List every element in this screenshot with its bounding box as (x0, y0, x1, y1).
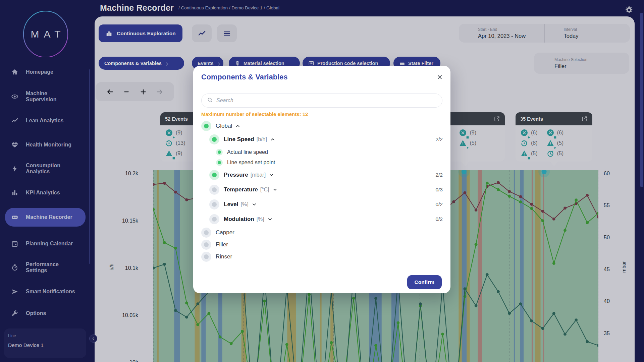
selection-count: 2/2 (435, 136, 443, 142)
tree-item-label: Line Speed (224, 136, 254, 143)
tree-item-line-speed-set-point[interactable]: Line speed set point (193, 157, 450, 168)
tree-item-unit: [°C] (260, 187, 269, 193)
selection-dot-inner (212, 217, 217, 222)
close-icon[interactable] (436, 74, 443, 80)
selection-dot-inner (212, 202, 217, 207)
selection-dot[interactable] (209, 214, 219, 224)
search-input[interactable] (216, 98, 437, 104)
selection-dot-inner (204, 124, 209, 128)
components-variables-modal: Components & Variables Maximum number of… (193, 66, 450, 293)
tree-item-line-speed[interactable]: Line Speed[b/h]2/2 (193, 132, 450, 147)
max-selection-warning: Maximum number of selectable elements: 1… (201, 111, 308, 117)
chevron-down-icon[interactable] (252, 202, 257, 207)
tree-item-label: Capper (216, 229, 234, 236)
selection-dot[interactable] (201, 240, 211, 250)
component-tree: GlobalLine Speed[b/h]2/2Actual line spee… (193, 120, 450, 263)
search-icon (207, 97, 213, 104)
selection-dot-inner (204, 230, 209, 235)
tree-item-label: Filler (216, 241, 228, 248)
selection-dot[interactable] (201, 121, 211, 131)
selection-dot-inner (212, 173, 217, 177)
selection-count: 0/2 (435, 201, 443, 207)
tree-item-label: Modulation (224, 216, 254, 223)
selection-dot-inner (204, 242, 209, 247)
selection-count: 2/2 (435, 172, 443, 178)
tree-item-label: Rinser (216, 253, 232, 260)
tree-item-label: Global (216, 123, 232, 129)
selection-dot[interactable] (209, 134, 219, 144)
app-root: Machine Recorder / Continuous Exploratio… (0, 0, 644, 362)
selection-dot-inner (212, 137, 217, 142)
modal-title: Components & Variables (201, 73, 442, 81)
tree-item-global[interactable]: Global (193, 120, 450, 132)
tree-item-label: Line speed set point (227, 160, 275, 166)
tree-item-actual-line-speed[interactable]: Actual line speed (193, 147, 450, 157)
selection-count: 0/3 (435, 187, 443, 193)
selection-dot[interactable] (209, 199, 219, 209)
selection-dot[interactable] (216, 159, 223, 166)
tree-item-capper[interactable]: Capper (193, 227, 450, 239)
tree-item-unit: [mbar] (251, 172, 266, 178)
tree-item-temperature[interactable]: Temperature[°C]0/3 (193, 182, 450, 197)
tree-item-unit: [b/h] (257, 136, 267, 142)
chevron-down-icon[interactable] (267, 217, 273, 222)
tree-item-pressure[interactable]: Pressure[mbar]2/2 (193, 168, 450, 182)
tree-item-level[interactable]: Level[%]0/2 (193, 197, 450, 212)
chevron-down-icon[interactable] (272, 187, 278, 192)
selection-dot-inner (212, 187, 217, 192)
chevron-up-icon[interactable] (270, 137, 275, 142)
search-field[interactable] (201, 94, 442, 108)
selection-count: 0/2 (435, 216, 443, 222)
selection-dot[interactable] (209, 170, 219, 180)
tree-item-label: Level (224, 201, 238, 208)
selection-dot-inner (218, 161, 221, 164)
tree-item-rinser[interactable]: Rinser (193, 251, 450, 263)
confirm-button[interactable]: Confirm (407, 275, 442, 289)
tree-item-label: Pressure (224, 172, 248, 178)
tree-item-label: Actual line speed (227, 149, 268, 155)
selection-dot[interactable] (201, 228, 211, 238)
tree-item-modulation[interactable]: Modulation[%]0/2 (193, 212, 450, 227)
tree-item-label: Temperature (224, 186, 258, 193)
tree-item-filler[interactable]: Filler (193, 239, 450, 251)
chevron-down-icon[interactable] (269, 172, 274, 178)
selection-dot[interactable] (201, 252, 211, 262)
selection-dot-inner (218, 150, 221, 154)
selection-dot-inner (204, 254, 209, 259)
selection-dot[interactable] (216, 149, 223, 156)
selection-dot[interactable] (209, 185, 219, 195)
chevron-up-icon[interactable] (235, 123, 240, 129)
tree-item-unit: [%] (240, 201, 248, 207)
tree-item-unit: [%] (257, 216, 264, 222)
